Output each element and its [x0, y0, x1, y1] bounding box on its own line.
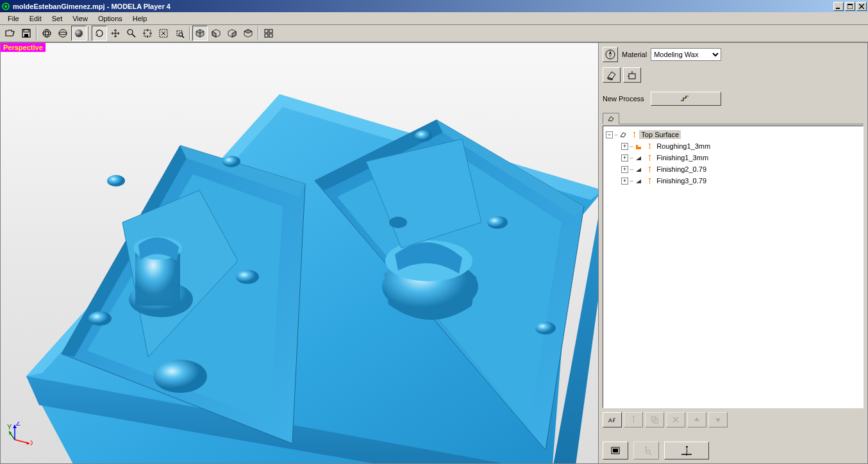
tree-item-node[interactable]: + ··· Roughing1_3mm	[621, 140, 860, 152]
svg-marker-84	[649, 178, 651, 181]
delete-process-button[interactable]	[666, 412, 685, 427]
tree-tabs	[603, 112, 864, 124]
cut-button[interactable]	[664, 442, 709, 460]
svg-marker-78	[649, 155, 651, 158]
roughing-icon	[634, 142, 643, 151]
process-tree[interactable]: − ··· Top Surface + ··· Roughing1_3mm + …	[603, 126, 864, 408]
svg-marker-92	[694, 417, 699, 421]
svg-point-47	[236, 270, 259, 284]
copy-process-button[interactable]	[645, 412, 664, 427]
tree-item-label[interactable]: Roughing1_3mm	[655, 142, 712, 151]
menu-file[interactable]: File	[3, 13, 24, 24]
svg-point-12	[46, 29, 49, 37]
svg-point-48	[88, 311, 112, 326]
expand-icon[interactable]: +	[621, 143, 628, 150]
menu-edit[interactable]: Edit	[24, 13, 47, 24]
svg-rect-74	[636, 145, 638, 147]
menubar: File Edit Set View Options Help	[0, 12, 868, 24]
svg-point-16	[128, 29, 133, 35]
minimize-button[interactable]	[833, 2, 844, 11]
tool-settings-button[interactable]	[624, 412, 643, 427]
menu-set[interactable]: Set	[47, 13, 68, 24]
svg-point-52	[389, 217, 407, 228]
expand-icon[interactable]: +	[621, 154, 628, 162]
toolbar	[0, 24, 868, 42]
fit-button[interactable]	[140, 26, 155, 41]
rotate-button[interactable]	[92, 26, 107, 41]
menu-help[interactable]: Help	[128, 13, 153, 24]
expand-icon[interactable]: +	[621, 178, 628, 185]
finishing-icon	[634, 176, 643, 185]
shaded-sphere-button[interactable]	[71, 26, 87, 41]
wireframe-sphere2-button[interactable]	[55, 26, 71, 41]
close-button[interactable]	[856, 2, 867, 11]
simulate-button[interactable]	[633, 442, 659, 460]
svg-point-49	[107, 175, 125, 186]
move-down-button[interactable]	[708, 412, 728, 427]
finishing-icon	[634, 165, 643, 174]
zoom-extents-button[interactable]	[172, 26, 187, 41]
zoom-button[interactable]	[124, 26, 139, 41]
expand-icon[interactable]: −	[606, 131, 613, 138]
tool-icon	[644, 142, 653, 151]
wireframe-sphere-button[interactable]	[39, 26, 54, 41]
menu-view[interactable]: View	[67, 13, 93, 24]
svg-point-11	[43, 32, 51, 35]
svg-rect-87	[633, 418, 634, 423]
preview-button[interactable]	[603, 442, 628, 460]
window-title: moldeEstebanGimenez.mpj - MODELA Player …	[13, 3, 833, 10]
open-button[interactable]	[3, 26, 18, 41]
save-button[interactable]	[19, 26, 34, 41]
four-view-button[interactable]	[261, 26, 276, 41]
svg-point-43	[153, 360, 207, 393]
svg-rect-73	[636, 147, 641, 149]
svg-text:Y: Y	[7, 423, 12, 431]
svg-text:X: X	[30, 439, 33, 447]
tree-item-label[interactable]: Finishing3_0.79	[655, 176, 708, 185]
svg-marker-83	[636, 179, 641, 183]
svg-rect-82	[649, 169, 650, 172]
tree-root-node[interactable]: − ··· Top Surface	[606, 129, 860, 140]
tree-tab[interactable]	[603, 113, 619, 124]
svg-marker-66	[609, 54, 612, 58]
svg-marker-80	[636, 168, 641, 172]
expand-icon[interactable]: +	[621, 166, 628, 173]
front-view-button[interactable]	[208, 26, 224, 41]
viewport-3d[interactable]: Perspective	[0, 42, 599, 464]
zoom-window-button[interactable]	[156, 26, 171, 41]
svg-point-15	[75, 29, 83, 37]
svg-line-17	[132, 34, 135, 37]
svg-text:Z: Z	[16, 422, 21, 427]
model-setup-button[interactable]	[603, 67, 621, 83]
svg-marker-71	[633, 132, 635, 135]
tree-item-label[interactable]: Finishing2_0.79	[655, 165, 708, 174]
maximize-button[interactable]	[845, 2, 855, 11]
tree-item-node[interactable]: + ··· Finishing3_0.79	[621, 175, 860, 186]
svg-rect-9	[24, 34, 28, 37]
side-view-button[interactable]	[224, 26, 240, 41]
origin-setup-button[interactable]	[623, 67, 641, 83]
new-process-button[interactable]	[651, 92, 721, 106]
tree-root-label[interactable]: Top Surface	[639, 130, 681, 139]
svg-marker-65	[609, 51, 612, 54]
menu-options[interactable]: Options	[93, 13, 128, 24]
tool-icon	[629, 130, 638, 139]
tree-item-node[interactable]: + ··· Finishing2_0.79	[621, 163, 860, 175]
orientation-button[interactable]	[603, 47, 618, 62]
material-select[interactable]: Modeling Wax	[651, 48, 721, 61]
new-process-label: New Process	[603, 95, 644, 103]
svg-point-13	[59, 29, 67, 37]
tree-item-node[interactable]: + ··· Finishing1_3mm	[621, 152, 860, 163]
toolbar-separator	[88, 26, 90, 40]
toolbar-separator	[36, 26, 37, 40]
iso-view-button[interactable]	[192, 26, 208, 41]
svg-point-10	[43, 29, 51, 37]
tree-item-label[interactable]: Finishing1_3mm	[655, 153, 710, 162]
pan-button[interactable]	[108, 26, 123, 41]
top-view-button[interactable]	[240, 26, 256, 41]
edit-process-button[interactable]	[603, 412, 622, 427]
svg-point-1	[4, 5, 7, 8]
move-up-button[interactable]	[687, 412, 706, 427]
app-icon	[1, 2, 10, 11]
svg-line-22	[182, 36, 184, 38]
